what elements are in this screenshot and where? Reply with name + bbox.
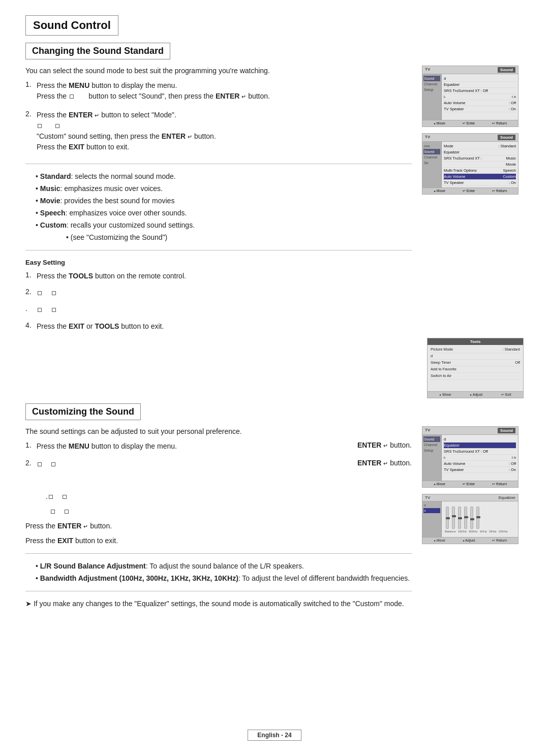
eq-content: Balance 100Hz 300Hz 1KHz 3KHz 10KHz [442,501,518,537]
tools-row: Picture Mode: Standard [431,346,520,353]
tools-screen: Tools Picture Mode: Standard d Sleep Tim… [427,338,524,398]
section1-images: TV Sound Sound Channel Setup d Equalizer… [422,66,524,338]
divider1 [25,164,412,164]
tools-header: Tools [428,338,523,345]
content-row: TV Speaker: On [444,467,516,473]
sidebar-item: Channel [423,154,440,160]
content-row: SRS TruSurround XT : Off [444,88,516,94]
s2-press-enter: Press the ENTER ↵ button. [25,521,412,531]
section2-title-box: Customizing the Sound [25,403,141,420]
tools-row: Add to Favorite [431,366,520,373]
step2-bold2: ENTER [162,132,186,140]
content-row: d [444,436,516,443]
tools-row: Sleep TimerOff [431,360,520,366]
section1: Changing the Sound Standard You can sele… [25,43,524,398]
screen2-content: Mode: Standard Equalizer SRS TruSurround… [442,142,518,187]
section2-note: If you make any changes to the "Equalize… [25,598,412,609]
sidebar-setup: Setup [423,87,440,92]
screen1-body: Sound Channel Setup d Equalizer SRS TruS… [422,74,518,120]
content-row: Movie [444,162,516,168]
s2-step3-lines: . [46,491,412,517]
screen3-body: Sound Channel Setup d Equalizer SRS TruS… [422,435,518,481]
eq-slider-10khz [476,507,479,529]
content-row-highlighted: Equalizer [444,443,516,449]
s2-step2: 2. ENTER ↵ button. [25,459,412,474]
section1-title: Changing the Sound Standard [32,46,164,56]
main-title-box: Sound Control [25,15,118,36]
step1: 1. Press the MENU button to display the … [25,80,412,106]
step1-enter-icon: ↵ [241,92,246,101]
section2-title: Customizing the Sound [32,406,134,417]
step1-bold1: MENU [69,81,89,89]
screen2-sidebar: nnn Sound Channel Se [422,142,442,187]
easy-setting-title: Easy Setting [25,258,412,268]
tools-row: Switch to Air [431,373,520,380]
eq-footer: ⬥ Move ⬥ Adjust ↩ Return [422,537,518,544]
eq-body: R d [422,501,518,537]
step2-num: 2. [25,110,34,156]
eq-screen: TV Equalizer R d [422,494,518,544]
screen1-footer: ⬥ Move ↵ Enter ↩ Return [422,120,518,127]
divider4 [25,591,412,591]
section2-text: The sound settings can be adjusted to su… [25,426,412,613]
eq-sliders [444,503,516,529]
screen1-content: d Equalizer SRS TruSurround XT : Off i-i… [442,74,518,120]
easy-step2: 2. [25,288,412,302]
sidebar-item: Channel [423,442,440,448]
content-row: SRS TruSurround XT : Off [444,449,516,455]
step2-enter2-icon: ↵ [188,133,192,141]
step1-num: 1. [25,80,34,106]
divider2 [25,250,412,250]
easy-setting-section: Easy Setting 1. Press the TOOLS button o… [25,258,412,336]
content-row: Auto Volume: Off [444,100,516,106]
content-row: TV Speaker: On [444,106,516,112]
list-item: Standard: selects the normal sound mode. [36,171,412,182]
list-item: (see "Customizing the Sound") [66,232,412,243]
sidebar-channel: Channel [423,81,440,87]
page: Sound Control Changing the Sound Standar… [0,0,549,756]
step1-text: Press the MENU button to display the men… [37,80,270,106]
screen1-sidebar: Sound Channel Setup [422,74,442,120]
step1-square1 [70,94,74,99]
section2: Customizing the Sound The sound settings… [25,403,524,613]
content-row: Equalizer [444,82,516,88]
section1-content: You can select the sound mode to best su… [25,66,524,338]
content-row: SRS TruSurround XT :Music [444,155,516,162]
step2-sq1 [38,124,42,128]
list-item: Movie: provides the best sound for movie… [36,196,412,206]
step2-sq2 [55,124,59,128]
list-item: L/R Sound Balance Adjustment: To adjust … [36,561,412,572]
step2: 2. Press the ENTER ↵ button to select "M… [25,110,412,156]
screen2-tv-label: TV [425,135,430,140]
easy-step4: 4. Press the EXIT or TOOLS button to exi… [25,321,412,336]
content-row: Multi-Track OptionsSpeech [444,168,516,174]
screen1: TV Sound Sound Channel Setup d Equalizer… [422,66,518,127]
screen3-header: TV Sound [422,427,518,435]
content-row-highlighted: Auto VolumeCustom [444,174,516,180]
sidebar-item: R [423,503,440,508]
screen2-footer: ⬥ Move ↵ Enter ↩ Return [422,187,518,194]
section2-content: The sound settings can be adjusted to su… [25,426,524,613]
eq-slider-300hz [458,507,461,529]
screen2-section-title: Sound [498,135,515,140]
eq-slider-1khz [464,507,467,529]
list-item: Music: emphasizes music over voices. [36,183,412,194]
step2-text: Press the ENTER ↵ button to select "Mode… [37,110,216,156]
section1-text: You can select the sound mode to best su… [25,66,412,338]
s2-step1-num: 1. [25,441,32,449]
s2-press-exit: Press the EXIT button to exit. [25,536,412,546]
screen3-footer: ⬥ Move ↵ Enter ↩ Return [422,481,518,487]
content-row: i-i n [444,455,516,461]
s2-step2-num: 2. [25,459,32,467]
sidebar-item: Setup [423,448,440,453]
divider3 [25,553,412,554]
s2-step1: 1. Press the MENU button to display the … [25,441,412,456]
tools-screen-wrapper: Tools Picture Mode: Standard d Sleep Tim… [25,338,524,398]
section2-images: TV Sound Sound Channel Setup d Equalizer… [422,426,524,613]
sidebar-item: Se [423,160,440,166]
sidebar-item: nnn [423,143,440,149]
screen1-tv-label: TV [425,67,430,73]
list-item: Bandwidth Adjustment (100Hz, 300Hz, 1KHz… [36,573,412,584]
screen1-section-title: Sound [498,67,515,73]
sidebar-item: Sound [423,436,440,442]
